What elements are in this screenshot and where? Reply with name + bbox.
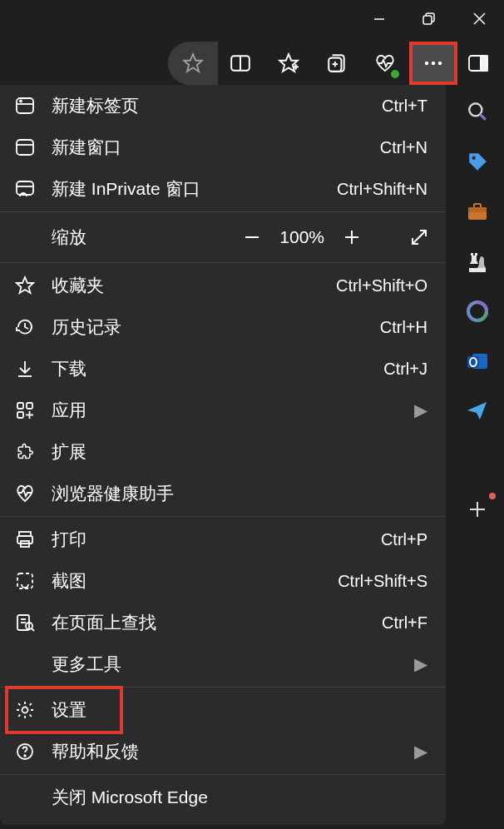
window-close-button[interactable] — [454, 0, 504, 37]
svg-point-61 — [22, 707, 28, 713]
tab-icon — [15, 97, 52, 115]
window-maximize-button[interactable] — [404, 0, 454, 37]
zoom-in-button[interactable] — [343, 228, 361, 246]
svg-rect-55 — [17, 573, 32, 588]
svg-point-22 — [472, 156, 476, 160]
svg-rect-36 — [17, 140, 33, 155]
menu-label: 截图 — [52, 569, 338, 593]
menu-label: 历史记录 — [52, 315, 380, 339]
menu-label: 帮助和反馈 — [52, 740, 413, 763]
svg-rect-49 — [17, 412, 23, 418]
health-button[interactable] — [361, 42, 409, 85]
tag-sidebar-icon[interactable] — [464, 148, 491, 175]
menu-label: 更多工具 — [52, 653, 413, 676]
menu-extensions[interactable]: 扩展 — [0, 431, 446, 473]
more-menu-button[interactable] — [409, 42, 457, 85]
svg-point-35 — [20, 101, 22, 102]
add-sidebar-icon[interactable] — [464, 496, 491, 523]
menu-label: 新建标签页 — [52, 94, 382, 117]
menu-label: 新建 InPrivate 窗口 — [52, 177, 337, 201]
menu-label: 应用 — [52, 399, 413, 422]
svg-rect-25 — [468, 207, 487, 212]
menu-label: 新建窗口 — [52, 136, 380, 159]
svg-point-16 — [438, 62, 442, 65]
menu-downloads[interactable]: 下载 Ctrl+J — [0, 348, 446, 390]
svg-rect-26 — [469, 268, 486, 272]
shortcut: Ctrl+P — [381, 530, 427, 549]
send-sidebar-icon[interactable] — [464, 398, 491, 424]
menu-new-inprivate[interactable]: 新建 InPrivate 窗口 Ctrl+Shift+N — [0, 168, 446, 210]
svg-marker-44 — [17, 277, 33, 293]
chevron-right-icon: ▶ — [413, 654, 427, 674]
chevron-right-icon: ▶ — [413, 742, 427, 762]
menu-screenshot[interactable]: 截图 Ctrl+Shift+S — [0, 560, 446, 602]
zoom-out-button[interactable] — [243, 228, 261, 246]
apps-icon — [15, 400, 52, 420]
shortcut: Ctrl+Shift+N — [337, 180, 427, 199]
menu-zoom: 缩放 100% — [0, 214, 446, 261]
zoom-label: 缩放 — [52, 226, 193, 249]
printer-icon — [15, 529, 52, 549]
svg-point-15 — [432, 62, 435, 65]
menu-label: 打印 — [52, 528, 381, 551]
svg-point-63 — [24, 755, 26, 757]
office-sidebar-icon[interactable] — [464, 298, 491, 325]
window-minimize-button[interactable] — [354, 0, 404, 37]
shortcut: Ctrl+F — [382, 613, 427, 633]
collections-button[interactable] — [313, 42, 361, 85]
download-icon — [15, 359, 52, 379]
svg-point-14 — [425, 62, 428, 65]
shortcut: Ctrl+Shift+O — [336, 276, 427, 295]
svg-rect-19 — [481, 56, 487, 71]
shortcut: Ctrl+N — [380, 138, 427, 157]
shortcut: Ctrl+H — [380, 318, 427, 337]
menu-label: 下载 — [52, 357, 383, 380]
menu-favorites[interactable]: 收藏夹 Ctrl+Shift+O — [0, 265, 446, 306]
menu-label: 在页面上查找 — [52, 611, 382, 634]
history-icon — [15, 317, 52, 337]
help-icon — [15, 742, 52, 762]
gear-icon — [15, 700, 52, 720]
menu-label: 浏览器健康助手 — [52, 482, 427, 505]
menu-label: 扩展 — [52, 440, 427, 464]
favorite-star-button[interactable] — [168, 42, 218, 85]
menu-new-window[interactable]: 新建窗口 Ctrl+N — [0, 127, 446, 168]
svg-rect-48 — [27, 403, 32, 409]
menu-close-edge[interactable]: 关闭 Microsoft Edge — [0, 777, 446, 818]
inprivate-icon — [15, 180, 52, 198]
svg-line-21 — [480, 114, 486, 120]
zoom-value: 100% — [279, 227, 324, 247]
fullscreen-button[interactable] — [409, 227, 429, 247]
sidebar-toggle-button[interactable] — [457, 42, 499, 85]
menu-apps[interactable]: 应用 ▶ — [0, 390, 446, 431]
menu-label: 收藏夹 — [52, 274, 336, 297]
menu-history[interactable]: 历史记录 Ctrl+H — [0, 306, 446, 348]
toolbar — [0, 42, 504, 85]
right-sidebar — [451, 92, 504, 523]
shortcut: Ctrl+J — [383, 360, 427, 379]
favorites-button[interactable] — [264, 42, 313, 85]
find-icon — [15, 613, 52, 633]
star-icon — [15, 276, 52, 295]
menu-settings[interactable]: 设置 — [0, 689, 446, 731]
split-screen-button[interactable] — [216, 42, 264, 85]
outlook-sidebar-icon[interactable] — [464, 348, 491, 375]
shortcut: Ctrl+Shift+S — [338, 572, 427, 591]
menu-print[interactable]: 打印 Ctrl+P — [0, 519, 446, 560]
menu-find[interactable]: 在页面上查找 Ctrl+F — [0, 602, 446, 643]
svg-marker-5 — [184, 54, 202, 72]
svg-line-60 — [32, 628, 34, 631]
main-menu: 新建标签页 Ctrl+T 新建窗口 Ctrl+N 新建 InPrivate 窗口… — [0, 85, 446, 825]
briefcase-sidebar-icon[interactable] — [464, 198, 491, 225]
svg-rect-53 — [17, 536, 32, 544]
menu-more-tools[interactable]: 更多工具 ▶ — [0, 643, 446, 685]
chess-sidebar-icon[interactable] — [464, 248, 491, 275]
svg-rect-33 — [17, 98, 33, 113]
svg-rect-2 — [423, 16, 432, 24]
window-icon — [15, 138, 52, 156]
puzzle-icon — [15, 442, 52, 462]
menu-new-tab[interactable]: 新建标签页 Ctrl+T — [0, 85, 446, 127]
menu-help[interactable]: 帮助和反馈 ▶ — [0, 731, 446, 772]
menu-browser-health[interactable]: 浏览器健康助手 — [0, 473, 446, 514]
search-sidebar-icon[interactable] — [464, 98, 491, 125]
